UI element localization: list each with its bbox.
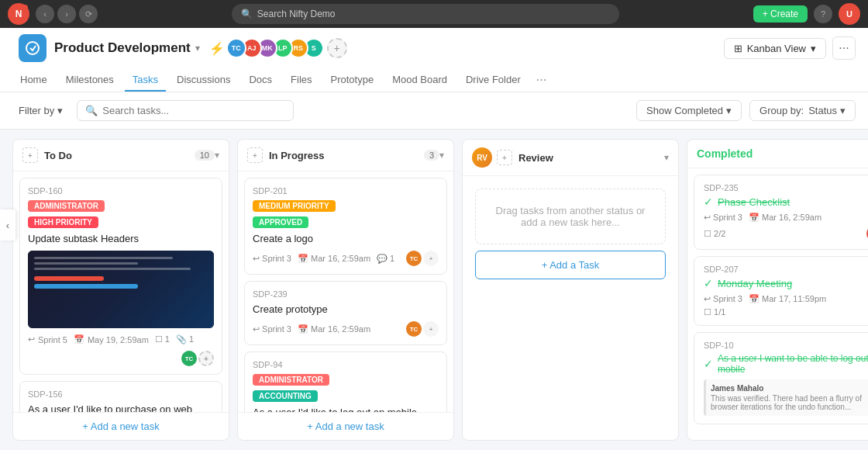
tab-tasks[interactable]: Tasks xyxy=(125,69,166,92)
help-icon[interactable]: ? xyxy=(814,5,832,23)
address-search-icon: 🔍 xyxy=(241,9,253,19)
add-task-inprogress-button[interactable]: + Add a new task xyxy=(238,412,453,440)
kanban-chevron-icon: ▾ xyxy=(811,43,816,54)
add-member-button[interactable]: + xyxy=(327,38,347,58)
completed-id: SDP-207 xyxy=(704,265,868,274)
tab-files[interactable]: Files xyxy=(283,69,319,92)
card-title: Update subtask Headers xyxy=(28,233,214,244)
column-inprogress-icon: + xyxy=(247,147,263,163)
tag-administrator: ADMINISTRATOR xyxy=(253,374,329,386)
create-button[interactable]: + Create xyxy=(753,5,808,22)
task-card-sdp160[interactable]: SDP-160 ADMINISTRATOR HIGH PRIORITY Upda… xyxy=(19,178,222,375)
completed-item-sdp235[interactable]: SDP-235 ✓ Phase Checklist ↩ Sprint 3 📅 M… xyxy=(694,175,868,250)
back-button[interactable]: ‹ xyxy=(36,5,54,23)
browser-logo: N xyxy=(8,3,29,25)
column-todo-chevron-icon[interactable]: ▾ xyxy=(215,150,219,161)
card-id: SDP-94 xyxy=(253,360,439,369)
task-card-sdp94[interactable]: SDP-94 ADMINISTRATOR ACCOUNTING As a use… xyxy=(244,351,447,412)
history-button[interactable]: ⟳ xyxy=(79,5,98,23)
card-id: SDP-160 xyxy=(28,186,214,196)
add-assignee-icon[interactable]: + xyxy=(423,251,439,266)
completed-title-text: Phase Checklist xyxy=(718,196,790,208)
card-tags-2: HIGH PRIORITY xyxy=(28,216,214,228)
kanban-view-button[interactable]: ⊞ Kanban View ▾ xyxy=(724,38,826,59)
column-inprogress-header: + In Progress 3 ▾ xyxy=(238,140,453,171)
task-count: ☐ 2/2 xyxy=(704,229,725,239)
tab-drivefolder[interactable]: Drive Folder xyxy=(458,69,529,92)
show-completed-button[interactable]: Show Completed ▾ xyxy=(636,100,742,121)
assignee-avatar: TC xyxy=(406,321,422,337)
completed-item-sdp10[interactable]: SDP-10 ✓ As a user I want to be able to … xyxy=(694,332,868,424)
tab-milestones[interactable]: Milestones xyxy=(58,69,122,92)
card-id: SDP-156 xyxy=(28,389,214,399)
filter-button[interactable]: Filter by ▾ xyxy=(12,102,69,119)
tag-medium-priority: MEDIUM PRIORITY xyxy=(253,200,336,212)
column-completed-title: Completed xyxy=(697,147,753,160)
task-count-meta: ☐ 1 xyxy=(155,334,170,344)
kanban-view-icon: ⊞ xyxy=(734,43,742,54)
tag-high-priority: HIGH PRIORITY xyxy=(28,216,98,228)
kanban-board: + To Do 10 ▾ SDP-160 ADMINISTRATOR HIGH … xyxy=(0,130,868,450)
task-card-sdp156[interactable]: SDP-156 As a user I'd like to purchase o… xyxy=(19,381,222,412)
date-meta: 📅 May 19, 2:59am xyxy=(74,334,149,344)
tab-home[interactable]: Home xyxy=(12,69,55,92)
column-review-chevron-icon[interactable]: ▾ xyxy=(664,152,669,163)
tab-prototype[interactable]: Prototype xyxy=(323,69,382,92)
card-avatars: TC + xyxy=(181,351,214,366)
task-card-sdp201[interactable]: SDP-201 MEDIUM PRIORITY APPROVED Create … xyxy=(244,178,447,275)
card-title: As a user I'd like to purchase on web xyxy=(28,403,214,412)
date-meta: 📅 Mar 17, 11:59pm xyxy=(749,294,826,304)
completed-item-sdp207[interactable]: SDP-207 ✓ Monday Meeting ↩ Sprint 3 📅 Ma… xyxy=(694,256,868,326)
date-meta: 📅 Mar 16, 2:59am xyxy=(298,254,370,264)
user-avatar[interactable]: U xyxy=(839,3,860,25)
svg-point-0 xyxy=(26,42,39,54)
card-avatars: TC + xyxy=(406,321,439,337)
card-title: As a user I'd like to log out on mobile xyxy=(253,407,439,412)
todo-cards-area: SDP-160 ADMINISTRATOR HIGH PRIORITY Upda… xyxy=(13,171,229,412)
show-completed-label: Show Completed xyxy=(646,105,723,116)
group-by-button[interactable]: Group by: Status ▾ xyxy=(749,100,856,121)
collapse-sidebar-button[interactable]: ‹ xyxy=(0,209,16,241)
add-assignee-icon[interactable]: + xyxy=(423,321,439,337)
inprogress-cards-area: SDP-201 MEDIUM PRIORITY APPROVED Create … xyxy=(238,171,453,412)
task-card-sdp239[interactable]: SDP-239 Create prototype ↩ Sprint 3 📅 Ma… xyxy=(244,281,447,345)
project-header: ‹ Product Development ▾ ⚡ TC AJ MK LP RS… xyxy=(0,28,868,92)
project-logo xyxy=(19,34,46,62)
project-dropdown-icon[interactable]: ▾ xyxy=(195,43,200,54)
nav-more-button[interactable]: ··· xyxy=(532,68,551,92)
card-footer: ↩ Sprint 3 📅 Mar 16, 2:59am TC + xyxy=(253,321,439,337)
add-task-review-button[interactable]: + Add a Task xyxy=(475,251,666,279)
column-review-title: Review xyxy=(518,152,664,164)
card-tags: ADMINISTRATOR xyxy=(28,200,214,212)
column-todo-count: 10 xyxy=(195,150,215,161)
add-task-todo-button[interactable]: + Add a new task xyxy=(13,412,229,440)
kanban-view-label: Kanban View xyxy=(747,43,806,54)
card-id: SDP-201 xyxy=(253,186,439,196)
column-review-icon: + xyxy=(497,150,512,165)
tab-docs[interactable]: Docs xyxy=(241,69,280,92)
task-count: ☐ 1/1 xyxy=(704,307,725,317)
toolbar: Filter by ▾ 🔍 Show Completed ▾ Group by:… xyxy=(0,92,868,130)
column-inprogress: + In Progress 3 ▾ SDP-201 MEDIUM PRIORIT… xyxy=(237,139,454,441)
tab-discussions[interactable]: Discussions xyxy=(169,69,238,92)
tag-approved: APPROVED xyxy=(253,216,308,228)
browser-bar: N ‹ › ⟳ 🔍 Search Nifty Demo + Create ? U xyxy=(0,0,868,28)
add-assignee-icon[interactable]: + xyxy=(198,351,214,366)
browser-nav: ‹ › ⟳ xyxy=(36,5,98,23)
tab-moodboard[interactable]: Mood Board xyxy=(384,69,455,92)
app-container: ‹ Product Development ▾ ⚡ TC AJ MK LP RS… xyxy=(0,28,868,450)
check-icon: ✓ xyxy=(704,277,713,289)
address-bar[interactable]: 🔍 Search Nifty Demo xyxy=(232,4,619,24)
comment-meta: 💬 1 xyxy=(377,254,394,264)
sprint-meta: ↩ Sprint 3 xyxy=(704,294,742,304)
more-options-button[interactable]: ··· xyxy=(832,36,856,60)
calendar-icon: 📅 xyxy=(74,334,84,344)
column-inprogress-chevron-icon[interactable]: ▾ xyxy=(439,150,444,161)
search-input[interactable] xyxy=(102,105,285,116)
sprint-meta: ↩ Sprint 3 xyxy=(253,254,291,264)
forward-button[interactable]: › xyxy=(57,5,76,23)
completed-meta: ↩ Sprint 3 📅 Mar 16, 2:59am xyxy=(704,213,868,223)
card-tags-2: APPROVED xyxy=(253,216,439,228)
column-todo-icon: + xyxy=(22,147,38,163)
completed-title: ✓ Monday Meeting xyxy=(704,277,868,289)
